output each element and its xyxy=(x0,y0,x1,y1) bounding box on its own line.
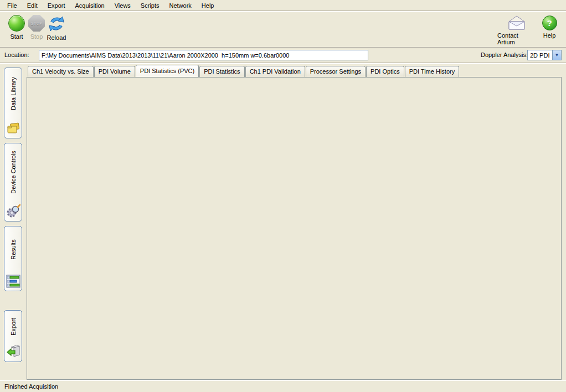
location-row: Location: Doppler Analysis: 2D PDI ▼ xyxy=(0,48,566,63)
help-button[interactable]: ? Help xyxy=(536,13,563,46)
tab-pdi-statistics-pvc[interactable]: PDI Statistics (PVC) xyxy=(136,65,199,77)
menu-help[interactable]: Help xyxy=(197,1,219,10)
tab-pdi-volume[interactable]: PDI Volume xyxy=(94,66,135,77)
sidebar-item-label: Export xyxy=(10,311,17,345)
doppler-analysis-select[interactable]: 2D PDI ▼ xyxy=(527,50,562,60)
sidebar-item-results[interactable]: Results xyxy=(4,226,22,291)
status-bar: Finished Acquisition xyxy=(0,380,566,392)
menu-export[interactable]: Export xyxy=(43,1,70,10)
doppler-analysis-label: Doppler Analysis: xyxy=(481,51,528,58)
sidebar-item-export[interactable]: Export xyxy=(4,310,22,362)
reload-icon xyxy=(48,15,65,33)
help-icon: ? xyxy=(542,16,557,30)
tab-processor-settings[interactable]: Processor Settings xyxy=(306,66,366,77)
reload-label: Reload xyxy=(47,34,66,41)
sidebar-item-device-controls[interactable]: Device Controls xyxy=(4,143,22,221)
help-label: Help xyxy=(543,32,556,39)
menu-bar: File Edit Export Acquisition Views Scrip… xyxy=(0,0,566,11)
location-label: Location: xyxy=(4,51,29,58)
menu-network[interactable]: Network xyxy=(164,1,196,10)
tab-strip: Ch1 Velocity vs. Size PDI Volume PDI Sta… xyxy=(28,65,460,77)
bar-chart-icon xyxy=(6,275,20,288)
tab-pdi-statistics[interactable]: PDI Statistics xyxy=(199,66,244,77)
status-text: Finished Acquisition xyxy=(4,383,58,390)
export-arrow-icon xyxy=(6,345,20,359)
tab-pdi-time-history[interactable]: PDI Time History xyxy=(405,66,460,77)
menu-acquisition[interactable]: Acquisition xyxy=(70,1,110,10)
folders-icon xyxy=(6,122,20,135)
tab-page xyxy=(27,77,562,380)
tab-ch1-pdi-validation[interactable]: Ch1 PDI Validation xyxy=(245,66,305,77)
sidebar-item-label: Results xyxy=(10,226,17,275)
tab-ch1-velocity-vs-size[interactable]: Ch1 Velocity vs. Size xyxy=(28,66,94,77)
contact-artium-button[interactable]: Contact Artium xyxy=(497,13,536,46)
sidebar-item-label: Data Library xyxy=(10,68,17,122)
menu-edit[interactable]: Edit xyxy=(22,1,43,10)
sidebar-item-data-library[interactable]: Data Library xyxy=(4,68,22,138)
tab-pdi-optics[interactable]: PDI Optics xyxy=(366,66,404,77)
sidebar-item-label: Device Controls xyxy=(10,143,17,204)
menu-views[interactable]: Views xyxy=(110,1,136,10)
menu-scripts[interactable]: Scripts xyxy=(136,1,164,10)
menu-file[interactable]: File xyxy=(2,1,22,10)
toolbar: Start STOP Stop Reload Contact Artium ? … xyxy=(0,12,566,47)
doppler-analysis-value: 2D PDI xyxy=(528,52,552,59)
reload-button[interactable]: Reload xyxy=(41,13,72,46)
separator xyxy=(0,63,566,64)
contact-artium-label: Contact Artium xyxy=(497,32,536,45)
envelope-icon xyxy=(507,15,527,30)
chevron-down-icon[interactable]: ▼ xyxy=(552,50,561,60)
gear-magnifier-icon xyxy=(6,204,20,218)
location-input[interactable] xyxy=(39,50,368,60)
